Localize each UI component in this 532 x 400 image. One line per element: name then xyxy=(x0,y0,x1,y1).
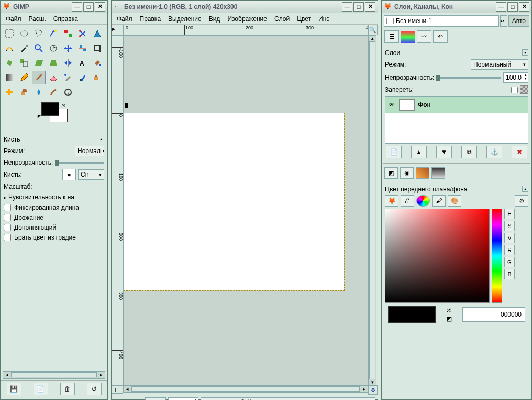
component-r[interactable]: R xyxy=(504,245,515,255)
brush-dropdown[interactable]: Cir xyxy=(78,169,104,180)
ruler-horizontal[interactable]: 0 100 200 300 4 xyxy=(123,25,368,35)
layer-row[interactable]: 👁 Фон xyxy=(385,97,528,113)
component-h[interactable]: H xyxy=(504,209,515,219)
tool-airbrush[interactable] xyxy=(61,71,75,84)
close-button[interactable]: ✕ xyxy=(519,2,529,12)
auto-button[interactable]: Авто xyxy=(508,15,529,27)
component-v[interactable]: V xyxy=(504,233,515,243)
delete-options-button[interactable]: 🗑 xyxy=(60,383,75,395)
menu-view[interactable]: Вид xyxy=(206,14,224,24)
tool-bucket-fill[interactable] xyxy=(91,56,104,70)
menu-color[interactable]: Цвет xyxy=(294,14,314,24)
tool-blur[interactable] xyxy=(32,85,46,99)
duplicate-layer-button[interactable]: ⧉ xyxy=(461,146,477,158)
ruler-corner[interactable]: ▸ xyxy=(112,25,123,35)
color-field[interactable] xyxy=(385,209,490,303)
tool-zoom[interactable] xyxy=(32,41,46,55)
menu-edit[interactable]: Правка xyxy=(137,14,164,24)
lock-pixels-checkbox[interactable] xyxy=(511,87,518,93)
lock-alpha-icon[interactable] xyxy=(520,85,528,94)
component-b[interactable]: B xyxy=(504,269,515,279)
foreground-color[interactable] xyxy=(41,102,59,116)
menu-layer[interactable]: Слой xyxy=(271,14,293,24)
pane-divider[interactable] xyxy=(383,163,530,165)
layer-thumbnail[interactable] xyxy=(399,99,415,111)
picker-palette-icon[interactable]: 🎨 xyxy=(448,195,461,207)
tool-foreground-select[interactable] xyxy=(91,27,104,40)
ruler-vertical[interactable]: -100 0 100 200 300 400 xyxy=(112,35,123,385)
reset-options-button[interactable]: ↺ xyxy=(87,383,102,395)
layer-opacity-slider[interactable] xyxy=(436,77,501,79)
toolbox-titlebar[interactable]: 🦊 GIMP — □ ✕ xyxy=(1,1,107,13)
tool-perspective-clone[interactable] xyxy=(17,85,31,99)
tab-undo-icon[interactable]: ↶ xyxy=(433,30,448,43)
tool-fuzzy-select[interactable] xyxy=(47,27,60,40)
tool-crop[interactable] xyxy=(91,41,104,55)
mode-dropdown[interactable]: Нормал xyxy=(75,146,104,156)
layer-opacity-value[interactable]: 100,0 xyxy=(503,72,528,83)
component-s[interactable]: S xyxy=(504,221,515,231)
lower-layer-button[interactable]: ▼ xyxy=(436,146,452,158)
picker-scales-icon[interactable]: ⚙ xyxy=(515,195,528,207)
tool-align[interactable] xyxy=(76,41,90,55)
tool-move[interactable] xyxy=(61,41,75,55)
raise-layer-button[interactable]: ▲ xyxy=(411,146,427,158)
zoom-icon[interactable]: 🔍 xyxy=(368,25,378,35)
picker-cmyk-icon[interactable]: 🖨 xyxy=(401,195,414,207)
tool-pencil[interactable] xyxy=(17,71,31,84)
minimize-button[interactable]: — xyxy=(496,2,506,12)
options-menu-icon[interactable]: ◂ xyxy=(98,136,104,142)
delete-layer-button[interactable]: ✖ xyxy=(512,146,527,158)
maximize-button[interactable]: □ xyxy=(83,2,94,12)
quickmask-toggle[interactable]: ◻ xyxy=(112,385,123,394)
layer-mode-dropdown[interactable]: Нормальный xyxy=(471,59,528,70)
save-options-button[interactable]: 💾 xyxy=(7,383,21,395)
restore-options-button[interactable]: 📄 xyxy=(34,383,48,395)
check-gradient-color[interactable] xyxy=(4,234,11,241)
tool-perspective[interactable] xyxy=(47,56,60,70)
minimize-button[interactable]: — xyxy=(72,2,82,12)
tool-paintbrush[interactable] xyxy=(32,71,46,84)
maximize-button[interactable]: □ xyxy=(507,2,518,12)
menu-image[interactable]: Изображение xyxy=(224,14,270,24)
zoom-spinner[interactable]: 100% xyxy=(168,397,198,400)
tool-by-color-select[interactable] xyxy=(61,27,75,40)
menu-help[interactable]: Справка xyxy=(50,14,81,24)
navigate-icon[interactable]: ✥ xyxy=(368,385,378,395)
tool-shear[interactable] xyxy=(32,56,46,70)
tool-free-select[interactable] xyxy=(32,27,46,40)
canvas-area[interactable] xyxy=(123,35,368,385)
tool-scissors[interactable] xyxy=(76,27,90,40)
unit-dropdown[interactable]: px xyxy=(145,397,166,400)
tool-ink[interactable] xyxy=(76,71,90,84)
opacity-slider[interactable] xyxy=(55,162,104,164)
menu-ext[interactable]: Расш. xyxy=(26,14,49,24)
menu-file[interactable]: Файл xyxy=(114,14,136,24)
color-menu-icon[interactable]: ◂ xyxy=(522,186,528,192)
tool-blend[interactable] xyxy=(3,71,16,84)
hue-slider[interactable] xyxy=(492,209,502,303)
close-button[interactable]: ✕ xyxy=(365,2,375,12)
tab-channels-icon[interactable] xyxy=(401,31,415,44)
tool-flip[interactable] xyxy=(61,56,75,70)
tab-patterns-icon[interactable] xyxy=(416,167,429,179)
menu-select[interactable]: Выделение xyxy=(165,14,205,24)
close-button[interactable]: ✕ xyxy=(95,2,105,12)
swap-mini-icon[interactable]: ⤭ xyxy=(446,307,452,314)
tool-rect-select[interactable] xyxy=(3,27,16,40)
tab-gradients-icon[interactable] xyxy=(431,167,445,179)
check-additive[interactable] xyxy=(4,224,11,231)
new-layer-button[interactable]: 📄 xyxy=(386,146,402,158)
image-titlebar[interactable]: ▫ Без имени-1.0 (RGB, 1 слой) 420x300 — … xyxy=(112,1,378,13)
check-jitter[interactable] xyxy=(4,214,11,221)
tab-fgbg-icon[interactable]: ◩ xyxy=(384,167,398,179)
current-color-swatch[interactable] xyxy=(388,306,436,323)
image-selector-spin[interactable]: ▴▾ xyxy=(500,15,507,27)
hex-input[interactable] xyxy=(462,307,525,322)
image-selector[interactable]: Без имени-1 xyxy=(384,15,499,27)
tab-paths-icon[interactable]: 〰 xyxy=(417,30,431,43)
picker-wheel-icon[interactable] xyxy=(416,195,430,207)
visibility-toggle-icon[interactable]: 👁 xyxy=(387,101,396,109)
tab-layers-icon[interactable]: ☰ xyxy=(384,30,399,43)
menu-file[interactable]: Файл xyxy=(3,14,25,24)
